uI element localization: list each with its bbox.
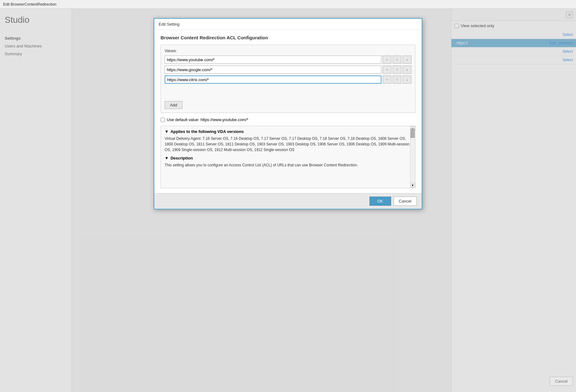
title-bar: Edit BrowserContentRedirection [0,0,576,9]
dialog-titlebar: Edit Setting [154,19,422,30]
description-text: This setting allows you to configure an … [165,162,411,168]
applies-text: Virtual Delivery Agent: 7.16 Server OS, … [165,136,411,153]
default-value-label: Use default value: https://www.youtube.c… [167,117,248,122]
scrollbar-track: ▲ ▼ [410,126,415,188]
url-input-0[interactable] [165,56,381,64]
dialog-section-title: Browser Content Redirection ACL Configur… [161,35,415,40]
remove-btn-2[interactable]: − [383,76,391,84]
up-btn-0[interactable]: ↑ [393,56,401,64]
values-label: Values: [165,49,411,53]
url-input-1[interactable] [165,66,381,74]
applies-triangle-icon: ▼ [165,129,169,134]
scrollbar-thumb[interactable] [410,129,415,138]
down-btn-1[interactable]: ↓ [403,66,411,74]
applies-header-text: Applies to the following VDA versions [171,129,244,134]
dialog-body: Browser Content Redirection ACL Configur… [154,30,422,193]
down-btn-2[interactable]: ↓ [403,76,411,84]
default-value-row: Use default value: https://www.youtube.c… [161,117,415,122]
title-bar-text: Edit BrowserContentRedirection [3,2,57,7]
description-header-text: Description [171,156,193,160]
values-container: Values: − ↑ ↓ − ↑ ↓ − [161,45,415,113]
add-button[interactable]: Add [165,101,182,109]
default-value-checkbox[interactable] [161,118,165,122]
remove-btn-0[interactable]: − [383,56,391,64]
dialog-footer: OK Cancel [154,193,422,209]
up-btn-2[interactable]: ↑ [393,76,401,84]
modal-overlay: Edit Setting Browser Content Redirection… [0,9,576,392]
applies-header[interactable]: ▼ Applies to the following VDA versions [165,129,411,134]
description-triangle-icon: ▼ [165,156,169,160]
edit-setting-dialog: Edit Setting Browser Content Redirection… [154,18,422,209]
cancel-button[interactable]: Cancel [394,197,417,206]
url-row-2: − ↑ ↓ [165,76,411,84]
remove-btn-1[interactable]: − [383,66,391,74]
ok-button[interactable]: OK [370,197,391,206]
applies-inner: ▼ Applies to the following VDA versions … [161,126,415,188]
url-row-1: − ↑ ↓ [165,66,411,74]
down-btn-0[interactable]: ↓ [403,56,411,64]
scroll-down-arrow[interactable]: ▼ [410,183,415,188]
url-row-0: − ↑ ↓ [165,56,411,64]
up-btn-1[interactable]: ↑ [393,66,401,74]
url-input-2[interactable] [165,76,381,84]
dialog-title: Edit Setting [159,22,180,27]
applies-section: ▼ Applies to the following VDA versions … [161,126,415,188]
description-header[interactable]: ▼ Description [165,156,411,160]
